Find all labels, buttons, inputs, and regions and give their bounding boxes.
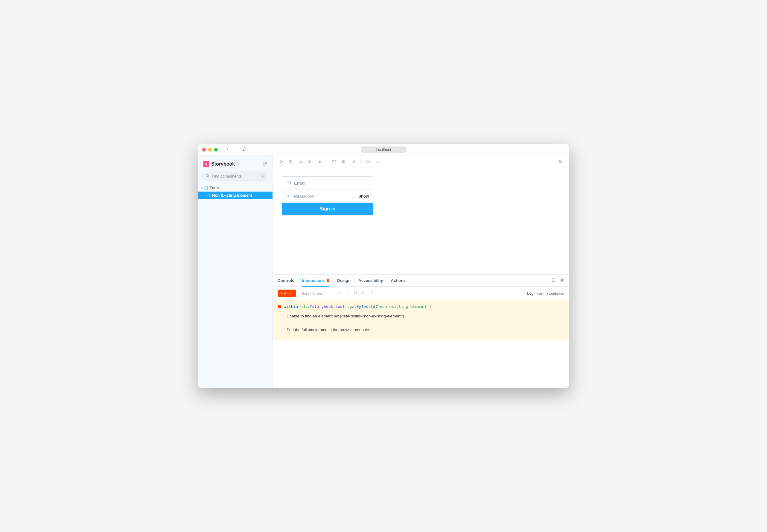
browser-window: localhost S Storybook Find components /: [198, 144, 569, 388]
password-placeholder: Password: [294, 194, 314, 199]
login-form: Email Password Show Sign in: [282, 176, 373, 215]
goto-start-icon[interactable]: [338, 291, 342, 296]
search-shortcut: /: [261, 174, 265, 178]
email-field[interactable]: Email: [282, 177, 373, 190]
zoom-out-icon[interactable]: [296, 157, 305, 166]
component-icon: [204, 186, 208, 190]
close-panel-icon[interactable]: [560, 278, 564, 283]
zoom-in-icon[interactable]: [287, 157, 295, 166]
svg-rect-2: [205, 186, 206, 188]
main-panel: Email Password Show Sign in Controls Int…: [273, 155, 569, 388]
window-controls: [202, 148, 218, 152]
svg-rect-24: [376, 160, 379, 163]
zoom-reset-icon[interactable]: [306, 157, 314, 166]
titlebar: localhost: [198, 144, 569, 155]
preview-canvas: Email Password Show Sign in: [273, 167, 569, 274]
interactions-subbar: FAIL Scroll to error LoginForm.stories.t…: [273, 287, 569, 300]
svg-point-25: [377, 160, 377, 161]
accessibility-icon[interactable]: [364, 157, 372, 166]
password-field[interactable]: Password Show: [282, 190, 373, 203]
svg-point-17: [345, 161, 345, 161]
svg-point-13: [343, 160, 344, 160]
bookmark-icon: [207, 194, 210, 197]
tree-label: Form: [210, 186, 219, 190]
svg-rect-10: [320, 161, 321, 163]
search-input[interactable]: Find components /: [202, 172, 268, 181]
mail-icon: [286, 180, 291, 186]
svg-point-18: [343, 162, 343, 162]
rerun-icon[interactable]: [370, 291, 374, 296]
svg-point-14: [345, 160, 345, 160]
step-back-icon[interactable]: [346, 291, 350, 296]
svg-rect-3: [207, 186, 208, 188]
toolbar: [273, 155, 569, 167]
tab-controls[interactable]: Controls: [278, 275, 294, 286]
step-forward-icon[interactable]: [354, 291, 358, 296]
svg-point-0: [265, 163, 266, 164]
tab-design[interactable]: Design: [337, 275, 351, 286]
reload-icon[interactable]: [242, 147, 247, 152]
image-icon[interactable]: [373, 157, 382, 166]
outline-icon[interactable]: [349, 157, 357, 166]
tab-interactions[interactable]: Interactions: [302, 275, 330, 287]
error-code-line: within(<div#storybook-root).getByTestId(…: [278, 304, 563, 309]
grid-icon[interactable]: [340, 157, 348, 166]
error-message-line2: See the full stack trace in the browser …: [287, 327, 563, 334]
svg-rect-4: [205, 188, 206, 189]
viewport-icon[interactable]: [315, 157, 324, 166]
error-marker-icon: [278, 305, 281, 308]
tab-label: Interactions: [302, 278, 325, 283]
sign-in-button[interactable]: Sign in: [282, 203, 373, 215]
svg-point-15: [343, 161, 343, 161]
goto-end-icon[interactable]: [362, 291, 366, 296]
minimize-window-button[interactable]: [208, 148, 212, 152]
ruler-icon[interactable]: [330, 157, 338, 166]
status-badge: FAIL: [278, 290, 296, 297]
error-badge-icon: [327, 279, 329, 282]
sidebar: S Storybook Find components / ▾ For: [198, 155, 273, 388]
addon-tabs: Controls Interactions Design Accessibili…: [273, 275, 569, 287]
close-window-button[interactable]: [202, 148, 206, 152]
key-icon: [286, 193, 291, 199]
storybook-mark-icon: S: [204, 161, 209, 167]
svg-point-19: [343, 162, 344, 162]
brand-label: Storybook: [211, 161, 235, 167]
sync-icon[interactable]: [277, 157, 285, 166]
svg-point-1: [206, 174, 209, 177]
scroll-to-error-button[interactable]: Scroll to error: [302, 291, 325, 296]
svg-point-20: [345, 162, 345, 162]
tree-label: Non Existing Element: [212, 193, 252, 198]
svg-rect-21: [352, 160, 355, 162]
search-icon: [206, 174, 210, 178]
svg-rect-5: [207, 188, 208, 189]
tree-item-non-existing-element[interactable]: Non Existing Element: [198, 192, 273, 199]
svg-rect-28: [552, 279, 555, 281]
search-placeholder: Find components: [212, 174, 242, 178]
back-icon[interactable]: [226, 147, 230, 152]
maximize-window-button[interactable]: [214, 148, 218, 152]
email-placeholder: Email: [294, 181, 305, 186]
panel-orientation-icon[interactable]: [551, 278, 556, 283]
error-message-line1: Unable to find an element by: [data-test…: [287, 313, 563, 320]
addon-panel: Controls Interactions Design Accessibili…: [273, 274, 569, 388]
forward-icon[interactable]: [234, 147, 238, 152]
chevron-down-icon: ▾: [201, 186, 203, 189]
error-block: within(<div#storybook-root).getByTestId(…: [273, 300, 569, 340]
playback-controls: [333, 291, 374, 296]
tree-item-form[interactable]: ▾ Form: [198, 184, 273, 192]
url-bar[interactable]: localhost: [361, 146, 406, 153]
open-external-icon[interactable]: [556, 157, 565, 166]
tab-accessibility[interactable]: Accessibility: [358, 275, 383, 286]
tab-actions[interactable]: Actions: [391, 275, 406, 286]
component-tree: ▾ Form Non Existing Element: [198, 184, 273, 199]
svg-point-16: [343, 161, 344, 161]
story-file-path: LoginForm.stories.tsx: [527, 291, 564, 296]
svg-rect-26: [287, 181, 291, 184]
show-password-button[interactable]: Show: [358, 194, 369, 198]
storybook-logo[interactable]: S Storybook: [204, 161, 235, 167]
svg-point-12: [343, 160, 343, 160]
gear-icon[interactable]: [263, 161, 267, 167]
browser-nav: [226, 147, 247, 152]
